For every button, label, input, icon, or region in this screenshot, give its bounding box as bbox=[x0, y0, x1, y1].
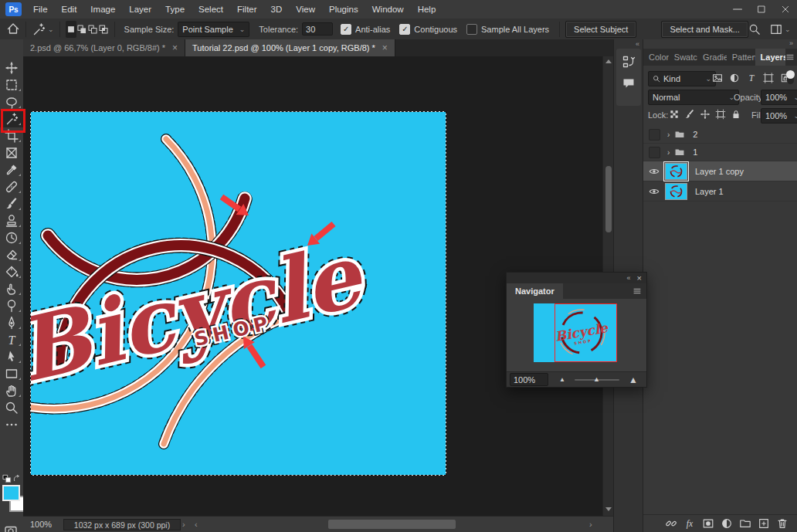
scroll-up-arrow[interactable] bbox=[605, 59, 612, 63]
menu-3d[interactable]: 3D bbox=[264, 0, 290, 19]
scroll-down-arrow[interactable] bbox=[605, 507, 612, 511]
foreground-color-swatch[interactable] bbox=[2, 485, 20, 501]
layer-row-group-1[interactable]: › 1 bbox=[643, 144, 797, 161]
tool-type[interactable]: T bbox=[0, 331, 23, 348]
panel-menu-icon[interactable] bbox=[785, 53, 795, 62]
edit-toolbar-button[interactable] bbox=[0, 416, 23, 433]
layer-row-group-2[interactable]: › 2 bbox=[643, 126, 797, 144]
tool-hand[interactable] bbox=[0, 382, 23, 399]
tool-eyedropper[interactable] bbox=[0, 161, 23, 178]
horizontal-scrollbar-thumb[interactable] bbox=[328, 520, 456, 529]
delete-layer-icon[interactable] bbox=[776, 517, 789, 530]
tab-close-icon[interactable]: × bbox=[172, 42, 178, 53]
new-selection-button[interactable] bbox=[66, 21, 76, 38]
layer-row-layer-1[interactable]: Layer 1 bbox=[643, 181, 797, 202]
tool-frame[interactable] bbox=[0, 144, 23, 161]
menu-select[interactable]: Select bbox=[192, 0, 230, 19]
select-and-mask-button[interactable]: Select and Mask... bbox=[661, 21, 748, 38]
subtract-from-selection-button[interactable] bbox=[87, 21, 98, 38]
quick-mask-button[interactable] bbox=[4, 524, 18, 532]
new-adjustment-layer-icon[interactable] bbox=[721, 517, 733, 530]
menu-window[interactable]: Window bbox=[365, 0, 411, 19]
workspace-switcher[interactable]: ⌄ bbox=[770, 23, 791, 36]
comments-panel-icon[interactable] bbox=[622, 76, 636, 90]
tab-gradients[interactable]: Gradie bbox=[697, 49, 727, 66]
menu-edit[interactable]: Edit bbox=[55, 0, 84, 19]
contiguous-checkbox[interactable]: ✓ Contiguous bbox=[399, 24, 457, 35]
tool-rectangle[interactable] bbox=[0, 365, 23, 382]
opacity-dropdown[interactable]: 100% ⌄ bbox=[761, 90, 797, 105]
search-icon[interactable] bbox=[748, 23, 761, 36]
filter-pixel-layers-button[interactable] bbox=[711, 72, 724, 84]
layer-row-layer-1-copy[interactable]: Layer 1 copy bbox=[643, 161, 797, 181]
tab-navigator[interactable]: Navigator bbox=[507, 283, 563, 299]
new-group-icon[interactable] bbox=[739, 517, 751, 530]
close-button[interactable] bbox=[773, 0, 797, 19]
tool-rectangular-marquee[interactable] bbox=[0, 76, 23, 93]
lock-pixels-icon[interactable] bbox=[684, 109, 695, 120]
collapse-panels-icon[interactable]: » bbox=[789, 39, 793, 47]
sample-all-layers-checkbox[interactable]: Sample All Layers bbox=[466, 24, 549, 35]
intersect-selection-button[interactable] bbox=[98, 21, 109, 38]
document-tab-active[interactable]: Tutorial 22.psd @ 100% (Layer 1 copy, RG… bbox=[185, 39, 395, 56]
anti-alias-checkbox[interactable]: ✓ Anti-alias bbox=[341, 24, 390, 35]
tool-zoom[interactable] bbox=[0, 399, 23, 416]
lock-transparency-icon[interactable] bbox=[669, 109, 680, 120]
visibility-toggle[interactable] bbox=[649, 186, 659, 196]
visibility-checkbox-off[interactable] bbox=[649, 147, 660, 158]
swap-colors-button[interactable] bbox=[12, 474, 22, 485]
default-colors-button[interactable] bbox=[2, 474, 12, 485]
tool-path-selection[interactable] bbox=[0, 348, 23, 365]
history-panel-icon[interactable] bbox=[622, 55, 636, 69]
vertical-scrollbar-thumb[interactable] bbox=[605, 166, 612, 232]
tool-clone-stamp[interactable] bbox=[0, 212, 23, 229]
zoom-level[interactable]: 100% bbox=[30, 520, 52, 529]
add-to-selection-button[interactable] bbox=[76, 21, 87, 38]
lock-all-icon[interactable] bbox=[731, 109, 741, 120]
layer-thumbnail[interactable] bbox=[665, 183, 687, 200]
navigator-thumbnail[interactable]: Bicycle SHOP bbox=[534, 303, 617, 362]
menu-layer[interactable]: Layer bbox=[122, 0, 158, 19]
expand-panels-icon[interactable]: « bbox=[636, 40, 639, 48]
tool-lasso[interactable] bbox=[0, 93, 23, 110]
menu-type[interactable]: Type bbox=[158, 0, 192, 19]
tool-dodge[interactable] bbox=[0, 297, 23, 314]
tool-preset[interactable]: ⌄ bbox=[32, 22, 54, 36]
zoom-out-button[interactable]: ▲ bbox=[559, 377, 565, 383]
group-expand-icon[interactable]: › bbox=[667, 148, 670, 157]
filter-adjustment-layers-button[interactable] bbox=[728, 72, 741, 84]
lock-artboard-icon[interactable] bbox=[715, 109, 726, 120]
tolerance-input[interactable] bbox=[302, 22, 333, 36]
tool-pen[interactable] bbox=[0, 314, 23, 331]
zoom-slider[interactable]: ▲ bbox=[575, 379, 619, 381]
document-canvas[interactable]: Bicycle Bicycle Bicycle SHOP SHOP SHOP bbox=[31, 112, 446, 475]
minimize-button[interactable] bbox=[725, 0, 749, 19]
tool-paint-bucket[interactable] bbox=[0, 263, 23, 280]
tab-swatches[interactable]: Swatcl bbox=[669, 49, 697, 66]
menu-image[interactable]: Image bbox=[83, 0, 122, 19]
layer-filtering-toggle[interactable] bbox=[787, 71, 794, 84]
select-subject-button[interactable]: Select Subject bbox=[565, 21, 636, 38]
navigator-zoom-input[interactable] bbox=[510, 373, 548, 386]
collapse-panel-icon[interactable]: « bbox=[627, 274, 631, 282]
tab-color[interactable]: Color bbox=[643, 49, 669, 66]
link-layers-icon[interactable] bbox=[665, 517, 677, 530]
menu-help[interactable]: Help bbox=[411, 0, 443, 19]
fill-dropdown[interactable]: 100% ⌄ bbox=[761, 108, 797, 124]
menu-plugins[interactable]: Plugins bbox=[322, 0, 365, 19]
tool-eraser[interactable] bbox=[0, 246, 23, 263]
hscroll-right-arrow[interactable]: › bbox=[589, 520, 592, 529]
filter-shape-layers-button[interactable] bbox=[762, 72, 775, 84]
sample-size-dropdown[interactable]: Point Sample ⌄ bbox=[178, 22, 249, 37]
visibility-toggle[interactable] bbox=[649, 166, 659, 176]
tool-brush[interactable] bbox=[0, 195, 23, 212]
blend-mode-dropdown[interactable]: Normal ⌄ bbox=[648, 90, 739, 105]
home-button[interactable] bbox=[6, 22, 20, 37]
menu-filter[interactable]: Filter bbox=[230, 0, 264, 19]
filter-kind-dropdown[interactable]: Kind ⌄ bbox=[648, 71, 716, 86]
navigator-proxy-view[interactable] bbox=[555, 303, 617, 362]
document-tab-inactive[interactable]: 2.psd @ 66,7% (Layer 0, RGB/8#) * × bbox=[23, 39, 185, 56]
group-expand-icon[interactable]: › bbox=[667, 130, 670, 139]
tab-close-icon[interactable]: × bbox=[382, 42, 388, 53]
tool-move[interactable] bbox=[0, 59, 23, 76]
